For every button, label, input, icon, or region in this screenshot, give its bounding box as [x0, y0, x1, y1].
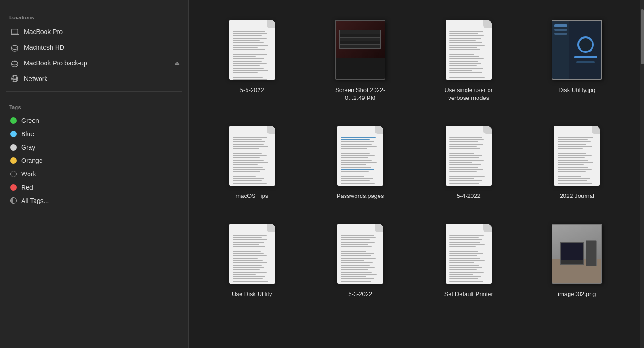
- doc-icon: [337, 224, 383, 284]
- file-thumbnail: [441, 17, 496, 82]
- doc-text-lines: [341, 235, 380, 283]
- disk-sidebar-item: [554, 24, 567, 27]
- file-item-passwords[interactable]: Passwords.pages: [311, 120, 410, 204]
- file-item-image002[interactable]: image002.png: [528, 218, 627, 302]
- doc-icon: [229, 126, 275, 186]
- sidebar-label-gray: Gray: [21, 144, 35, 151]
- disk-bar: [574, 56, 597, 58]
- sidebar-label-all-tags: All Tags...: [21, 197, 49, 204]
- sidebar-label-macintosh-hd: Macintosh HD: [24, 44, 64, 51]
- laptop-icon: [10, 27, 19, 36]
- file-item-single-user[interactable]: Use single user or verbose modes: [419, 14, 518, 106]
- file-thumbnail: [441, 221, 496, 286]
- disk-circle: [577, 36, 594, 53]
- doc-text-lines: [558, 137, 596, 185]
- sidebar-item-red[interactable]: Red: [3, 181, 185, 194]
- sidebar-divider: [6, 91, 182, 92]
- sidebar-item-network[interactable]: Network: [3, 71, 185, 86]
- eject-icon[interactable]: ⏏: [174, 60, 180, 67]
- sidebar-label-red: Red: [21, 184, 33, 191]
- sidebar-item-macintosh-hd[interactable]: Macintosh HD: [3, 40, 185, 55]
- file-thumbnail: [224, 123, 280, 188]
- file-thumbnail: [549, 221, 604, 286]
- file-thumbnail: [333, 17, 388, 82]
- file-item-5-5-2022[interactable]: 5-5-2022: [202, 14, 302, 106]
- locations-section-title: Locations: [0, 15, 188, 24]
- file-item-screenshot[interactable]: Screen Shot 2022-0...2.49 PM: [311, 14, 410, 106]
- monitor-sim: [560, 242, 584, 265]
- sidebar-item-macbook-pro[interactable]: MacBook Pro: [3, 24, 185, 39]
- file-item-disk-utility[interactable]: Disk Utility.jpg: [528, 14, 627, 106]
- sidebar-item-blue[interactable]: Blue: [3, 128, 185, 140]
- screenshot-content: [336, 21, 385, 79]
- disk-utility-thumbnail: [552, 20, 602, 80]
- file-thumbnail: [549, 17, 604, 82]
- screenshot-bottom: [336, 58, 385, 79]
- file-item-macos-tips[interactable]: macOS Tips: [202, 120, 302, 204]
- file-item-5-3-2022[interactable]: 5-3-2022: [311, 218, 410, 302]
- file-item-use-disk-utility[interactable]: Use Disk Utility: [202, 218, 302, 302]
- blue-dot: [10, 131, 17, 137]
- disk-main: [569, 21, 601, 79]
- network-icon: [10, 74, 19, 83]
- file-name: 5-4-2022: [457, 192, 481, 200]
- green-dot: [10, 117, 17, 124]
- all-tags-icon: [10, 197, 17, 204]
- scrollbar-track[interactable]: [640, 0, 644, 348]
- table-row-sim: [340, 30, 380, 34]
- file-name: Passwords.pages: [337, 192, 384, 200]
- doc-text-lines: [449, 31, 488, 79]
- sidebar-label-network: Network: [24, 75, 47, 82]
- table-row-sim: [340, 34, 380, 38]
- file-thumbnail: [224, 17, 280, 82]
- hd-icon: [10, 43, 19, 52]
- doc-icon: [229, 20, 275, 80]
- file-name: Use single user or verbose modes: [437, 87, 501, 102]
- sidebar-item-backup[interactable]: MacBook Pro back-up ⏏: [3, 56, 185, 70]
- doc-icon: [554, 126, 600, 186]
- screenshot-table-sim: [339, 30, 381, 48]
- sidebar-item-orange[interactable]: Orange: [3, 154, 185, 167]
- doc-text-lines: [233, 235, 271, 283]
- file-name: image002.png: [558, 290, 596, 298]
- file-name: Use Disk Utility: [232, 290, 272, 298]
- file-item-set-default-printer[interactable]: Set Default Printer: [419, 218, 518, 302]
- sidebar-label-blue: Blue: [21, 130, 34, 138]
- tags-section-title: Tags: [0, 104, 188, 114]
- file-name: Set Default Printer: [444, 290, 493, 298]
- file-item-2022-journal[interactable]: 2022 Journal: [528, 120, 627, 204]
- svg-point-1: [12, 46, 18, 50]
- main-content: 5-5-2022: [189, 0, 640, 348]
- sidebar-item-green[interactable]: Green: [3, 114, 185, 127]
- sidebar-label-orange: Orange: [21, 157, 43, 164]
- file-thumbnail: [333, 221, 388, 286]
- table-row-sim: [340, 38, 380, 41]
- doc-text-lines: [449, 235, 488, 283]
- file-name: 5-5-2022: [240, 87, 264, 94]
- disk-sidebar-item2: [554, 29, 567, 31]
- disk-sidebar-item3: [554, 33, 567, 35]
- doc-icon: [229, 224, 275, 284]
- scrollbar-thumb[interactable]: [641, 9, 644, 64]
- image002-thumbnail: [552, 224, 602, 284]
- file-item-5-4-2022[interactable]: 5-4-2022: [419, 120, 518, 204]
- screenshot-thumbnail: [335, 20, 385, 80]
- file-name: 2022 Journal: [560, 192, 594, 200]
- sidebar-item-all-tags[interactable]: All Tags...: [3, 194, 185, 207]
- file-name: macOS Tips: [236, 192, 268, 200]
- sidebar-label-backup: MacBook Pro back-up: [24, 59, 87, 67]
- doc-text-lines: [233, 31, 271, 80]
- file-thumbnail: [224, 221, 280, 286]
- table-row-sim: [340, 45, 380, 48]
- file-name: 5-3-2022: [348, 290, 372, 298]
- file-thumbnail: [549, 123, 604, 188]
- file-thumbnail: [333, 123, 388, 188]
- table-row-sim: [340, 41, 380, 45]
- work-dot: [10, 171, 17, 177]
- sidebar-label-work: Work: [21, 170, 36, 178]
- disk-bar2: [576, 61, 595, 63]
- sidebar-item-gray[interactable]: Gray: [3, 141, 185, 154]
- device-sim: [586, 240, 596, 267]
- gray-dot: [10, 144, 17, 151]
- sidebar-item-work[interactable]: Work: [3, 168, 185, 180]
